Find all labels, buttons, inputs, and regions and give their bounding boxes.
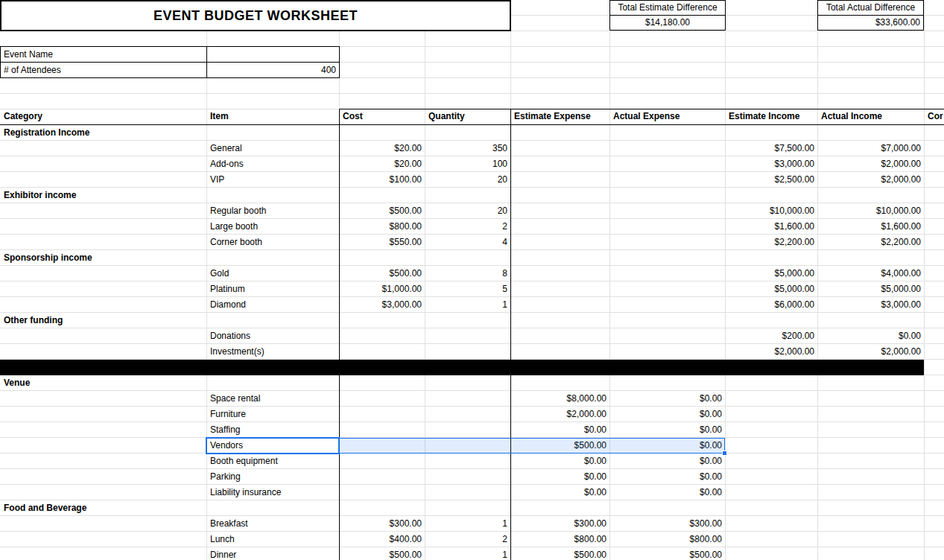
cell-estimate_income[interactable]: $3,000.00 [725,156,817,171]
cell-item[interactable]: Parking [206,469,339,484]
cell-item[interactable]: Lunch [206,532,339,547]
cell-estimate_income[interactable]: $2,200.00 [725,235,817,249]
cell-category[interactable]: Venue [0,375,206,390]
cell-item[interactable]: Staffing [206,422,339,437]
black-divider-bar[interactable] [0,360,924,375]
column-header-actual_income[interactable]: Actual Income [817,109,924,124]
cell-item[interactable]: Furniture [206,407,339,421]
cell-estimate_expense[interactable]: $0.00 [510,469,609,484]
cell-item[interactable]: Donations [206,328,339,343]
cell-actual_income[interactable]: $10,000.00 [817,203,924,218]
cell-quantity[interactable]: 1 [425,516,510,531]
column-header-comments[interactable]: Cor [924,109,944,124]
cell-cost[interactable]: $300.00 [339,516,425,531]
cell-quantity[interactable]: 1 [425,547,510,560]
cell-cost[interactable]: $800.00 [339,219,425,234]
cell-cost[interactable]: $100.00 [339,172,425,187]
total-estimate-difference-value[interactable]: $14,180.00 [609,15,726,31]
cell-item[interactable]: Platinum [206,281,339,296]
cell-quantity[interactable]: 100 [425,156,510,171]
cell-estimate_income[interactable]: $6,000.00 [725,297,817,312]
cell-estimate_income[interactable]: $7,500.00 [725,141,817,156]
cell-quantity[interactable]: 20 [425,172,510,187]
cell-item[interactable]: Booth equipment [206,454,339,468]
event-name-value[interactable] [207,47,339,63]
cell-actual_expense[interactable]: $500.00 [609,547,725,560]
cell-estimate_income[interactable]: $200.00 [725,328,817,343]
cell-quantity[interactable]: 2 [425,532,510,547]
cell-actual_income[interactable]: $7,000.00 [817,141,924,156]
cell-actual_income[interactable]: $1,600.00 [817,219,924,234]
column-header-estimate_expense[interactable]: Estimate Expense [510,109,609,124]
event-name-label[interactable]: Event Name [1,47,207,63]
column-header-quantity[interactable]: Quantity [425,109,510,124]
cell-item[interactable]: Dinner [206,547,339,560]
cell-estimate_expense[interactable]: $0.00 [510,485,609,500]
cell-actual_income[interactable]: $0.00 [817,328,924,343]
cell-actual_expense[interactable]: $0.00 [609,469,725,484]
cell-estimate_expense[interactable]: $2,000.00 [510,407,609,421]
cell-item[interactable]: Large booth [206,219,339,234]
cell-quantity[interactable]: 4 [425,235,510,249]
cell-estimate_expense[interactable]: $500.00 [510,547,609,560]
cell-cost[interactable]: $400.00 [339,532,425,547]
cell-item[interactable]: Diamond [206,297,339,312]
cell-item[interactable]: Corner booth [206,235,339,249]
cell-quantity[interactable]: 350 [425,141,510,156]
cell-estimate_income[interactable]: $5,000.00 [725,266,817,281]
cell-estimate_expense[interactable]: $0.00 [510,454,609,468]
attendees-label[interactable]: # of Attendees [1,63,207,77]
cell-quantity[interactable]: 2 [425,219,510,234]
cell-category[interactable]: Registration Income [0,125,206,140]
cell-item[interactable]: Space rental [206,391,339,406]
column-header-actual_expense[interactable]: Actual Expense [609,109,725,124]
cell-actual_expense[interactable]: $300.00 [609,516,725,531]
cell-cost[interactable]: $550.00 [339,235,425,249]
cell-item[interactable]: Add-ons [206,156,339,171]
cell-actual_expense[interactable]: $0.00 [609,391,725,406]
cell-item[interactable]: VIP [206,172,339,187]
cell-item[interactable]: Gold [206,266,339,281]
cell-category[interactable]: Other funding [0,313,206,328]
cell-item[interactable]: Liability insurance [206,485,339,500]
cell-estimate_income[interactable]: $10,000.00 [725,203,817,218]
column-header-category[interactable]: Category [0,109,206,124]
cell-item[interactable]: Investment(s) [206,344,339,359]
cell-actual_income[interactable]: $3,000.00 [817,297,924,312]
cell-quantity[interactable]: 20 [425,203,510,218]
cell-item[interactable]: Breakfast [206,516,339,531]
cell-estimate_expense[interactable]: $800.00 [510,532,609,547]
attendees-value[interactable]: 400 [207,63,339,77]
cell-category[interactable]: Exhibitor income [0,188,206,203]
fill-handle[interactable] [722,451,727,456]
cell-actual_expense[interactable]: $0.00 [609,407,725,421]
cell-estimate_expense[interactable]: $300.00 [510,516,609,531]
cell-item[interactable]: Regular booth [206,203,339,218]
cell-quantity[interactable]: 5 [425,281,510,296]
cell-actual_income[interactable]: $5,000.00 [817,281,924,296]
cell-actual_income[interactable]: $2,200.00 [817,235,924,249]
cell-cost[interactable]: $500.00 [339,266,425,281]
cell-actual_expense[interactable]: $0.00 [609,454,725,468]
cell-actual_expense[interactable]: $0.00 [609,485,725,500]
cell-item[interactable]: General [206,141,339,156]
cell-actual_income[interactable]: $2,000.00 [817,344,924,359]
cell-actual_income[interactable]: $4,000.00 [817,266,924,281]
cell-estimate_expense[interactable]: $8,000.00 [510,391,609,406]
cell-cost[interactable]: $500.00 [339,547,425,560]
cell-estimate_income[interactable]: $2,000.00 [725,344,817,359]
total-estimate-difference-label[interactable]: Total Estimate Difference [609,0,726,16]
cell-cost[interactable]: $1,000.00 [339,281,425,296]
cell-estimate_income[interactable]: $1,600.00 [725,219,817,234]
cell-cost[interactable]: $3,000.00 [339,297,425,312]
cell-category[interactable]: Food and Beverage [0,500,206,515]
total-actual-difference-value[interactable]: $33,600.00 [817,15,924,31]
cell-estimate_income[interactable]: $2,500.00 [725,172,817,187]
cell-quantity[interactable]: 8 [425,266,510,281]
total-actual-difference-label[interactable]: Total Actual Difference [817,0,924,16]
cell-category[interactable]: Sponsorship income [0,250,206,265]
cell-cost[interactable]: $20.00 [339,141,425,156]
cell-actual_income[interactable]: $2,000.00 [817,156,924,171]
column-header-item[interactable]: Item [206,109,339,124]
cell-estimate_income[interactable]: $5,000.00 [725,281,817,296]
